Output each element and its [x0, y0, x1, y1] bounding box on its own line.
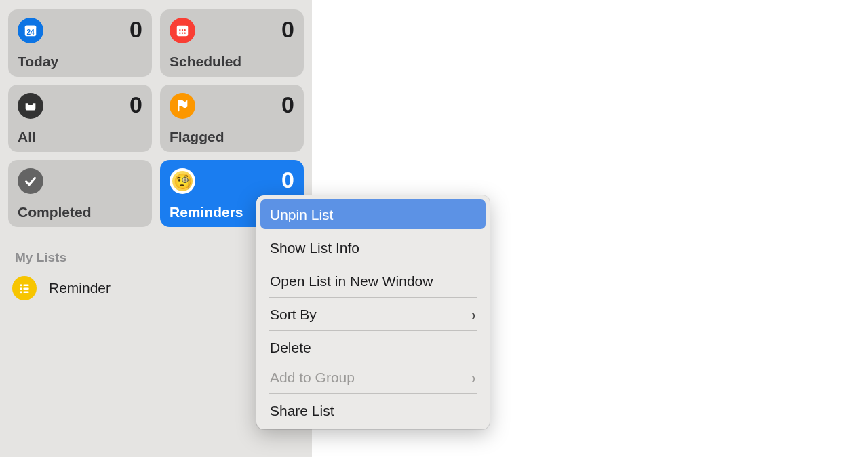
svg-point-8	[182, 32, 183, 33]
menu-item-unpin-list[interactable]: Unpin List	[260, 199, 486, 229]
scheduled-count: 0	[281, 18, 294, 41]
svg-rect-15	[23, 292, 28, 294]
flagged-count: 0	[281, 93, 294, 116]
menu-item-label: Share List	[270, 403, 334, 418]
tray-icon	[18, 93, 43, 119]
svg-point-5	[182, 29, 183, 31]
emoji-icon	[170, 168, 195, 194]
flagged-label: Flagged	[170, 129, 294, 145]
flag-icon	[170, 93, 195, 119]
svg-point-9	[184, 32, 185, 33]
completed-label: Completed	[18, 204, 142, 220]
svg-point-10	[20, 284, 22, 286]
svg-point-12	[20, 287, 22, 290]
menu-separator	[269, 393, 477, 394]
all-label: All	[18, 129, 142, 145]
menu-item-delete[interactable]: Delete	[260, 332, 486, 362]
menu-item-add-to-group: Add to Group ›	[260, 362, 486, 392]
svg-point-7	[179, 32, 180, 33]
menu-item-label: Sort By	[270, 307, 317, 321]
checkmark-icon	[18, 168, 43, 194]
svg-rect-13	[23, 288, 28, 290]
smart-list-grid: 24 0 Today	[8, 9, 304, 227]
menu-separator	[269, 297, 477, 298]
menu-item-sort-by[interactable]: Sort By ›	[260, 299, 486, 329]
svg-rect-11	[23, 285, 28, 287]
svg-point-6	[184, 29, 185, 31]
menu-item-label: Open List in New Window	[270, 274, 433, 288]
smart-list-all[interactable]: 0 All	[8, 85, 152, 152]
chevron-right-icon: ›	[471, 371, 476, 384]
today-label: Today	[18, 54, 142, 70]
menu-separator	[269, 264, 477, 264]
menu-item-label: Add to Group	[270, 370, 355, 384]
menu-separator	[269, 330, 477, 331]
today-count: 0	[130, 18, 142, 41]
svg-point-4	[179, 29, 180, 31]
menu-item-open-list-new-window[interactable]: Open List in New Window	[260, 266, 486, 296]
menu-item-show-list-info[interactable]: Show List Info	[260, 233, 486, 262]
list-item-label: Reminder	[49, 280, 111, 296]
calendar-icon	[170, 18, 195, 43]
list-bullet-icon	[12, 276, 37, 300]
smart-list-completed[interactable]: Completed	[8, 160, 152, 227]
context-menu: Unpin List Show List Info Open List in N…	[256, 195, 490, 429]
svg-text:24: 24	[26, 28, 35, 36]
reminders-count: 0	[281, 168, 294, 191]
svg-rect-3	[177, 26, 189, 37]
smart-list-scheduled[interactable]: 0 Scheduled	[160, 9, 304, 77]
calendar-today-icon: 24	[18, 18, 43, 43]
menu-item-label: Show List Info	[270, 241, 359, 255]
menu-item-share-list[interactable]: Share List	[260, 395, 486, 425]
menu-item-label: Delete	[270, 340, 311, 355]
all-count: 0	[130, 93, 142, 116]
menu-separator	[269, 231, 477, 231]
smart-list-flagged[interactable]: 0 Flagged	[160, 85, 304, 152]
scheduled-label: Scheduled	[170, 54, 294, 70]
chevron-right-icon: ›	[471, 308, 476, 321]
menu-item-label: Unpin List	[270, 207, 333, 222]
svg-point-14	[20, 291, 22, 293]
smart-list-today[interactable]: 24 0 Today	[8, 9, 152, 77]
